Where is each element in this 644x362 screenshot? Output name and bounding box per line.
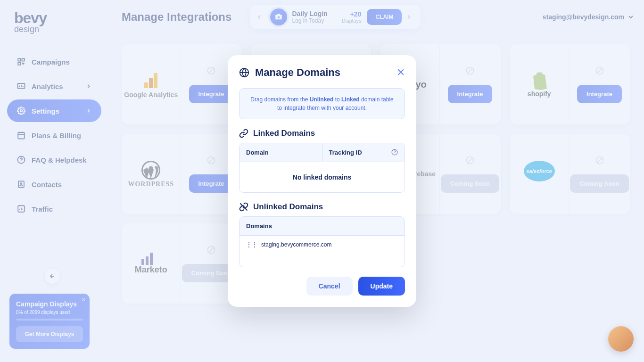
unlinked-domains-table: Domains ⋮⋮ staging.bevycommerce.com — [239, 216, 405, 267]
info-box: Drag domains from the Unlinked to Linked… — [239, 88, 405, 119]
update-button[interactable]: Update — [358, 277, 405, 296]
th-tracking-id: Tracking ID — [322, 143, 405, 162]
modal-title: Manage Domains — [255, 66, 396, 79]
link-icon — [239, 129, 248, 138]
modal-overlay[interactable]: Manage Domains ✕ Drag domains from the U… — [0, 0, 644, 362]
manage-domains-modal: Manage Domains ✕ Drag domains from the U… — [228, 55, 416, 307]
close-icon[interactable]: ✕ — [396, 66, 405, 79]
linked-domains-table: Domain Tracking ID No linked domains — [239, 143, 405, 193]
cancel-button[interactable]: Cancel — [306, 277, 353, 296]
th-domains: Domains — [239, 217, 405, 235]
avatar[interactable] — [608, 326, 634, 352]
no-linked-domains-text: No linked domains — [239, 162, 405, 192]
globe-icon — [239, 67, 249, 78]
th-domain: Domain — [239, 143, 322, 162]
unlinked-domains-heading: Unlinked Domains — [253, 202, 323, 212]
drag-handle-icon[interactable]: ⋮⋮ — [246, 241, 257, 248]
linked-domains-heading: Linked Domains — [253, 129, 315, 138]
help-icon[interactable] — [391, 149, 398, 156]
unlink-icon — [239, 202, 248, 212]
unlinked-domain-row[interactable]: ⋮⋮ staging.bevycommerce.com — [239, 236, 405, 267]
unlinked-domain-value: staging.bevycommerce.com — [261, 241, 331, 248]
